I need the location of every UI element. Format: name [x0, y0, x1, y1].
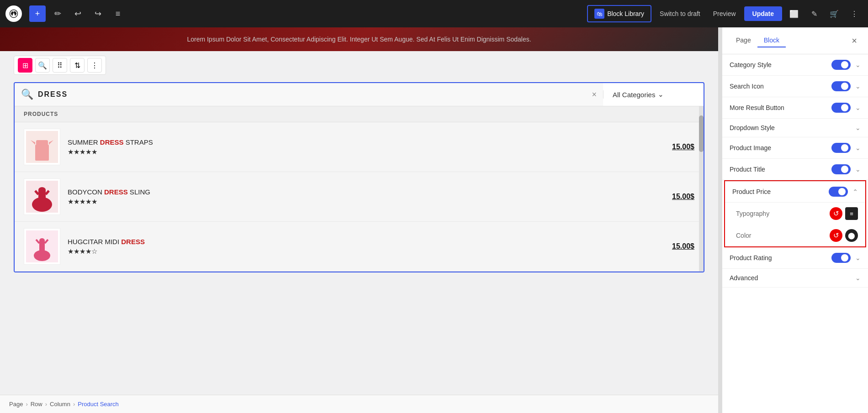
side-panel: Page Block × Category Style ⌄ Search Ico…: [722, 27, 868, 413]
svg-point-14: [39, 238, 45, 243]
add-block-button[interactable]: +: [29, 5, 46, 22]
panel-resizer[interactable]: [718, 27, 722, 413]
breadcrumb-column[interactable]: Column: [50, 401, 70, 408]
product-price-controls: ⌄: [829, 187, 858, 197]
category-style-label: Category Style: [730, 61, 831, 68]
product-stars-2: ★★★★★: [68, 198, 694, 206]
search-icon-chevron-icon[interactable]: ⌄: [855, 83, 861, 90]
redo-button[interactable]: ↪: [90, 5, 106, 22]
product-item[interactable]: SUMMER DRESS STRAPS ★★★★★ 15.00$: [15, 122, 704, 172]
categories-dropdown[interactable]: All Categories ⌄: [603, 90, 704, 99]
grid-view-button[interactable]: ⊞: [18, 58, 32, 73]
breadcrumb-page[interactable]: Page: [9, 401, 23, 408]
product-stars-1: ★★★★★: [68, 148, 694, 156]
arrows-button[interactable]: ⇅: [70, 58, 85, 73]
banner-text: Lorem Ipsum Dolor Sit Amet, Consectetur …: [14, 36, 704, 43]
product-item[interactable]: HUGCITAR MIDI DRESS ★★★★☆ 15.00$: [15, 222, 704, 272]
product-name-3: HUGCITAR MIDI DRESS: [68, 238, 694, 246]
block-more-button[interactable]: ⋮: [87, 58, 102, 73]
edit-site-button[interactable]: ✎: [806, 5, 822, 22]
more-result-controls: ⌄: [831, 103, 861, 113]
tab-page[interactable]: Page: [730, 34, 757, 47]
product-rating-controls: ⌄: [831, 253, 861, 263]
search-block-button[interactable]: 🔍: [35, 58, 50, 73]
product-price-toggle[interactable]: [829, 187, 848, 197]
dropdown-style-controls: ⌄: [853, 124, 861, 131]
breadcrumb-sep-1: ›: [26, 401, 27, 408]
search-input[interactable]: [38, 83, 592, 106]
product-rating-toggle[interactable]: [831, 253, 851, 263]
wp-logo[interactable]: [5, 5, 22, 22]
typography-reset-button[interactable]: ↺: [830, 207, 842, 220]
tab-block[interactable]: Block: [757, 34, 786, 47]
scrollbar-track[interactable]: [699, 106, 704, 272]
product-name-2: BODYCON DRESS SLING: [68, 188, 694, 196]
product-title-chevron-icon[interactable]: ⌄: [855, 166, 861, 173]
svg-point-8: [38, 187, 46, 193]
pencil-button[interactable]: ✏: [49, 5, 66, 22]
product-info-2: BODYCON DRESS SLING ★★★★★: [68, 188, 694, 206]
product-image-toggle[interactable]: [831, 143, 851, 153]
panel-row-product-rating: Product Rating ⌄: [722, 247, 868, 269]
more-options-button[interactable]: ⋮: [846, 5, 863, 22]
panel-close-button[interactable]: ×: [848, 34, 861, 47]
product-title-toggle[interactable]: [831, 164, 851, 174]
more-result-toggle[interactable]: [831, 103, 851, 113]
block-library-icon: 🛍: [594, 9, 604, 19]
typography-controls: ↺ ≡: [830, 207, 858, 220]
breadcrumb-row[interactable]: Row: [31, 401, 42, 408]
advanced-controls: ⌄: [853, 274, 861, 282]
list-view-button[interactable]: ≡: [110, 5, 126, 22]
breadcrumb-current[interactable]: Product Search: [78, 401, 119, 408]
move-block-button[interactable]: ⠿: [53, 58, 67, 73]
product-image-chevron-icon[interactable]: ⌄: [855, 144, 861, 152]
product-price-chevron-icon[interactable]: ⌄: [852, 188, 858, 195]
preview-button[interactable]: Preview: [709, 7, 741, 20]
cart-button[interactable]: 🛒: [826, 5, 842, 22]
search-icon-toggle[interactable]: [831, 81, 851, 91]
sub-row-typography: Typography ↺ ≡: [725, 203, 865, 225]
search-row: 🔍 × All Categories ⌄: [15, 83, 704, 106]
product-info-1: SUMMER DRESS STRAPS ★★★★★: [68, 138, 694, 156]
switch-to-draft-button[interactable]: Switch to draft: [655, 7, 705, 20]
header-banner: Lorem Ipsum Dolor Sit Amet, Consectetur …: [0, 27, 718, 51]
more-result-chevron-icon[interactable]: ⌄: [855, 104, 861, 111]
product-stars-3: ★★★★☆: [68, 247, 694, 256]
dropdown-style-chevron-icon[interactable]: ⌄: [855, 124, 861, 131]
category-style-toggle[interactable]: [831, 60, 851, 70]
search-widget-container: 🔍 × All Categories ⌄ PRODUCTS: [0, 75, 718, 277]
typography-settings-button[interactable]: ≡: [845, 207, 858, 220]
product-name-1: SUMMER DRESS STRAPS: [68, 138, 694, 146]
panel-row-category-style: Category Style ⌄: [722, 54, 868, 76]
results-container: PRODUCTS: [15, 106, 704, 272]
panel-product-price-section: Product Price ⌄ Typography ↺ ≡ Co: [724, 180, 866, 247]
panel-row-dropdown-style: Dropdown Style ⌄: [722, 119, 868, 137]
advanced-chevron-icon[interactable]: ⌄: [855, 274, 861, 282]
color-picker-button[interactable]: ⬤: [845, 229, 858, 242]
clear-search-button[interactable]: ×: [592, 90, 597, 99]
panel-row-search-icon: Search Icon ⌄: [722, 76, 868, 97]
undo-button[interactable]: ↩: [69, 5, 86, 22]
product-item[interactable]: BODYCON DRESS SLING ★★★★★ 15.00$: [15, 172, 704, 222]
panel-row-advanced: Advanced ⌄: [722, 269, 868, 288]
main-layout: Lorem Ipsum Dolor Sit Amet, Consectetur …: [0, 27, 868, 413]
category-style-chevron-icon[interactable]: ⌄: [855, 61, 861, 68]
search-widget: 🔍 × All Categories ⌄ PRODUCTS: [14, 82, 704, 272]
editor-area: Lorem Ipsum Dolor Sit Amet, Consectetur …: [0, 27, 718, 413]
panel-row-product-price: Product Price ⌄: [725, 181, 865, 203]
product-price-label: Product Price: [732, 188, 829, 195]
update-button[interactable]: Update: [744, 6, 782, 21]
product-title-label: Product Title: [730, 166, 831, 173]
color-reset-button[interactable]: ↺: [830, 229, 842, 242]
canvas: Lorem Ipsum Dolor Sit Amet, Consectetur …: [0, 27, 718, 395]
product-info-3: HUGCITAR MIDI DRESS ★★★★☆: [68, 238, 694, 256]
block-library-button[interactable]: 🛍 Block Library: [587, 5, 651, 22]
color-label: Color: [736, 232, 830, 239]
product-rating-chevron-icon[interactable]: ⌄: [855, 254, 861, 261]
search-input-area: 🔍 ×: [15, 83, 603, 106]
product-rating-label: Product Rating: [730, 254, 831, 261]
view-toggle-button[interactable]: ⬜: [786, 5, 802, 22]
product-title-controls: ⌄: [831, 164, 861, 174]
scrollbar-thumb[interactable]: [699, 115, 704, 152]
search-magnifier-icon: 🔍: [21, 89, 33, 100]
